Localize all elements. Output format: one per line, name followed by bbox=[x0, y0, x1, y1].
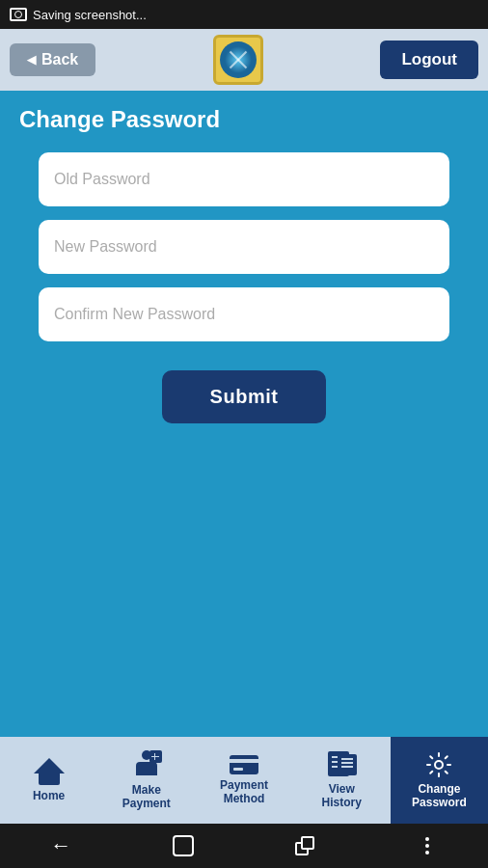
nav-label-view-history: ViewHistory bbox=[322, 782, 362, 810]
bottom-nav: Home MakePayment PaymentMethod bbox=[0, 737, 488, 824]
android-home-button[interactable] bbox=[164, 827, 203, 865]
status-bar-label: Saving screenshot... bbox=[33, 8, 147, 22]
nav-item-home[interactable]: Home bbox=[0, 737, 97, 824]
android-home-icon bbox=[173, 835, 194, 856]
nav-item-view-history[interactable]: ViewHistory bbox=[293, 737, 391, 824]
page-title: Change Password bbox=[0, 91, 488, 143]
android-back-button[interactable]: ← bbox=[41, 827, 80, 865]
status-bar: Saving screenshot... bbox=[0, 0, 488, 29]
logo-box bbox=[213, 35, 263, 85]
view-history-icon bbox=[328, 751, 355, 778]
android-nav: ← bbox=[0, 824, 488, 868]
new-password-input[interactable] bbox=[39, 220, 449, 274]
status-bar-text: Saving screenshot... bbox=[10, 8, 147, 22]
confirm-password-input[interactable] bbox=[39, 287, 449, 341]
make-payment-icon bbox=[131, 750, 162, 779]
nav-label-change-password: ChangePassword bbox=[412, 782, 467, 810]
top-nav: Back Logout bbox=[0, 29, 488, 91]
android-back-icon: ← bbox=[50, 833, 71, 858]
back-button[interactable]: Back bbox=[10, 43, 95, 76]
old-password-input[interactable] bbox=[39, 152, 449, 206]
screenshot-icon bbox=[10, 8, 27, 21]
form-area: Submit bbox=[0, 143, 488, 737]
android-dots-icon bbox=[425, 837, 429, 854]
nav-label-payment-method: PaymentMethod bbox=[220, 778, 268, 806]
submit-button[interactable]: Submit bbox=[162, 370, 327, 423]
app-container: Back Logout Change Password Submit Home bbox=[0, 29, 488, 824]
nav-item-change-password[interactable]: ChangePassword bbox=[391, 737, 488, 824]
android-recents-icon bbox=[295, 836, 314, 855]
android-menu-button[interactable] bbox=[408, 827, 447, 865]
payment-method-icon bbox=[230, 755, 258, 774]
home-icon bbox=[35, 758, 64, 785]
nav-label-make-payment: MakePayment bbox=[122, 783, 171, 811]
android-recents-button[interactable] bbox=[285, 827, 324, 865]
nav-label-home: Home bbox=[33, 789, 65, 802]
nav-item-payment-method[interactable]: PaymentMethod bbox=[195, 737, 292, 824]
logo-icon bbox=[220, 41, 257, 78]
nav-item-make-payment[interactable]: MakePayment bbox=[97, 737, 195, 824]
logout-button[interactable]: Logout bbox=[380, 41, 478, 79]
change-password-icon bbox=[425, 751, 452, 778]
svg-point-0 bbox=[435, 761, 443, 769]
logo-lines bbox=[220, 41, 257, 78]
